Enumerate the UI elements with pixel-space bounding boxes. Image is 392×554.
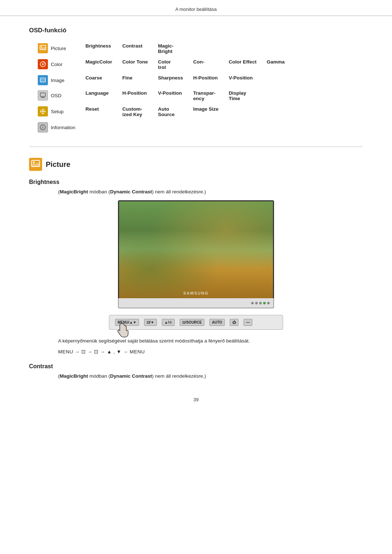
osd-table: Picture Brightness Contrast Magic-Bright bbox=[33, 41, 290, 135]
monitor-indicator-2 bbox=[255, 302, 258, 304]
osd-section-title: OSD-funkció bbox=[29, 27, 363, 34]
image-icon bbox=[38, 75, 48, 85]
contrast-dynamic-contrast-bold: Dynamic Contrast bbox=[110, 373, 152, 379]
contrast-note: (MagicBright módban (Dynamic Contrast) n… bbox=[58, 373, 363, 379]
control-panel-wrapper: MENU/▲▼ ⊡/▼ ▲/☆ ⊡/SOURCE AUTO ⏻ — bbox=[109, 315, 283, 330]
power-btn[interactable]: ⏻ bbox=[230, 319, 238, 326]
table-row: Picture Brightness Contrast Magic-Bright bbox=[33, 41, 290, 57]
setup-icon bbox=[38, 106, 48, 116]
svg-point-15 bbox=[40, 111, 41, 112]
cell-fine: Fine bbox=[117, 73, 153, 88]
label-image: Image bbox=[51, 78, 65, 83]
svg-point-13 bbox=[42, 109, 44, 110]
cell-gamma: Gamma bbox=[262, 57, 290, 73]
brightness-btn[interactable]: ⊡/▼ bbox=[144, 319, 157, 326]
color-icon bbox=[38, 59, 48, 69]
auto-btn[interactable]: AUTO bbox=[209, 319, 225, 326]
cell-coarse: Coarse bbox=[81, 73, 118, 88]
cell-color-tone: Color Tone bbox=[117, 57, 153, 73]
cell-brightness: Brightness bbox=[81, 41, 118, 57]
svg-point-14 bbox=[42, 113, 44, 114]
monitor-brand: SAMSUNG bbox=[183, 291, 209, 295]
picture-heading-icon bbox=[29, 158, 42, 171]
minus-btn[interactable]: — bbox=[244, 319, 252, 326]
cell-image-size: Image Size bbox=[188, 104, 224, 120]
osd-icon bbox=[38, 90, 48, 100]
cell-sharpness: Sharpness bbox=[153, 73, 188, 88]
row-label-picture: Picture bbox=[38, 43, 75, 53]
picture-heading: Picture bbox=[29, 158, 363, 171]
monitor-screen-inner bbox=[119, 201, 273, 298]
table-row: OSD Language H-Position V-Position Trans… bbox=[33, 88, 290, 104]
contrast-section: Contrast (MagicBright módban (Dynamic Co… bbox=[29, 363, 363, 379]
table-row: i Information bbox=[33, 120, 290, 135]
hand-pointer-icon bbox=[114, 323, 129, 338]
control-panel: MENU/▲▼ ⊡/▼ ▲/☆ ⊡/SOURCE AUTO ⏻ — bbox=[109, 315, 283, 330]
monitor-power-led bbox=[263, 302, 266, 304]
cell-display-time: DisplayTime bbox=[224, 88, 262, 104]
cell-contrast: Contrast bbox=[117, 41, 153, 57]
magic-bright-bold: MagicBright bbox=[60, 189, 88, 194]
cell-color-effect: Color Effect bbox=[224, 57, 262, 73]
monitor-base bbox=[118, 298, 274, 308]
source-btn[interactable]: ⊡/SOURCE bbox=[180, 319, 204, 326]
svg-point-2 bbox=[41, 46, 42, 48]
cell-auto-source: AutoSource bbox=[153, 104, 188, 120]
row-label-information: i Information bbox=[38, 122, 75, 132]
row-label-image: Image bbox=[38, 75, 75, 85]
cell-color-trol: Colortrol bbox=[153, 57, 188, 73]
info-icon: i bbox=[38, 122, 48, 132]
page-content: OSD-funkció Picture bbox=[0, 27, 392, 379]
monitor-indicator-5 bbox=[267, 302, 270, 304]
menu-nav: MENU → ⊡ → ⊡ → ▲ , ▼ → MENU bbox=[58, 349, 363, 354]
label-osd: OSD bbox=[51, 93, 61, 98]
label-information: Information bbox=[51, 125, 75, 130]
picture-icon bbox=[38, 43, 48, 53]
svg-marker-20 bbox=[32, 162, 40, 167]
cell-reset: Reset bbox=[81, 104, 118, 120]
brightness-note: (MagicBright módban (Dynamic Contrast) n… bbox=[58, 189, 363, 194]
body-text: A képernyőmenük segítségével saját belát… bbox=[58, 337, 363, 345]
cell-magic-bright: Magic-Bright bbox=[153, 41, 188, 57]
page-footer: 39 bbox=[0, 393, 392, 406]
header-title: A monitor beállítása bbox=[175, 7, 217, 12]
page-number: 39 bbox=[193, 397, 199, 402]
cell-v-position-image: V-Position bbox=[224, 73, 262, 88]
cell-h-position-osd: H-Position bbox=[117, 88, 153, 104]
monitor-indicator-3 bbox=[259, 302, 262, 304]
cell-custom-key: Custom-ized Key bbox=[117, 104, 153, 120]
row-label-osd: OSD bbox=[38, 90, 75, 100]
page-header: A monitor beállítása bbox=[0, 0, 392, 16]
monitor-indicator-1 bbox=[251, 302, 254, 304]
dynamic-contrast-bold: Dynamic Contrast bbox=[110, 189, 152, 194]
svg-point-16 bbox=[45, 111, 46, 112]
label-color: Color bbox=[51, 62, 62, 67]
svg-text:i: i bbox=[42, 126, 44, 130]
picture-heading-text: Picture bbox=[46, 160, 70, 169]
row-label-setup: Setup bbox=[38, 106, 75, 116]
cell-v-position-osd: V-Position bbox=[153, 88, 188, 104]
cell-h-position-image: H-Position bbox=[188, 73, 224, 88]
monitor-screen: SAMSUNG bbox=[118, 200, 274, 298]
svg-rect-5 bbox=[40, 78, 45, 82]
table-row: Setup Reset Custom-ized Key AutoSource I… bbox=[33, 104, 290, 120]
cell-language: Language bbox=[81, 88, 118, 104]
label-picture: Picture bbox=[51, 46, 66, 51]
contrast-magic-bright-bold: MagicBright bbox=[60, 373, 88, 379]
sun-btn[interactable]: ▲/☆ bbox=[162, 319, 175, 326]
brightness-title: Brightness bbox=[29, 179, 363, 185]
table-row: Image Coarse Fine Sharpness H-Position V… bbox=[33, 73, 290, 88]
cell-transparency: Transpar-ency bbox=[188, 88, 224, 104]
label-setup: Setup bbox=[51, 109, 64, 114]
table-row: Color MagicColor Color Tone Colortrol Co… bbox=[33, 57, 290, 73]
svg-point-11 bbox=[42, 110, 44, 112]
divider bbox=[29, 147, 363, 147]
svg-rect-8 bbox=[40, 93, 45, 97]
contrast-title: Contrast bbox=[29, 363, 363, 370]
cell-con: Con- bbox=[188, 57, 224, 73]
row-label-color: Color bbox=[38, 59, 75, 69]
svg-point-21 bbox=[33, 161, 35, 163]
svg-point-4 bbox=[42, 63, 44, 65]
monitor-image-wrapper: SAMSUNG bbox=[118, 200, 274, 308]
cell-magiccolor: MagicColor bbox=[81, 57, 118, 73]
